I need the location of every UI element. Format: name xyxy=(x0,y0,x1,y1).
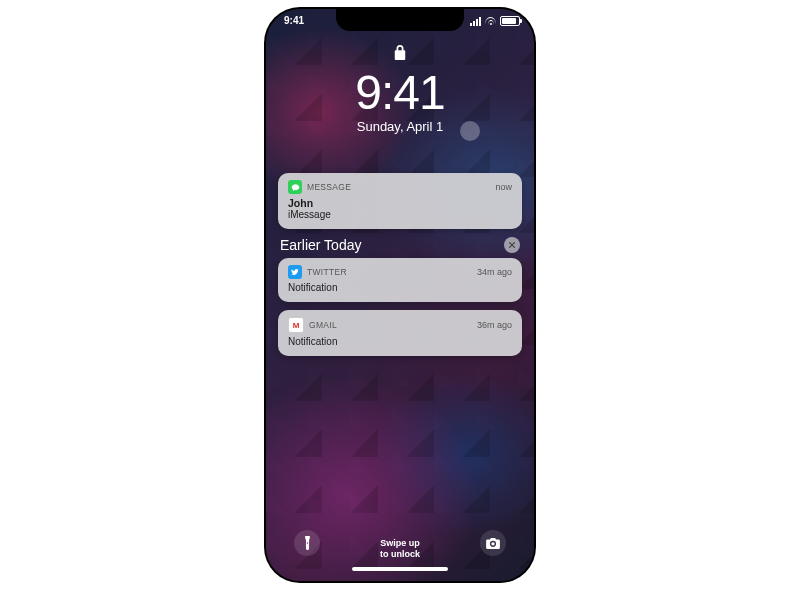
swipe-up-hint[interactable]: Swipe up to unlock xyxy=(380,538,420,559)
notification-card[interactable]: MESSAGE now John iMessage xyxy=(278,173,522,229)
status-bar: 9:41 xyxy=(266,15,534,31)
lock-icon xyxy=(266,43,534,65)
flashlight-button[interactable] xyxy=(294,530,320,556)
earlier-section-label: Earlier Today xyxy=(280,237,361,253)
app-name: TWITTER xyxy=(307,267,347,277)
battery-icon xyxy=(500,16,520,26)
notification-preview: iMessage xyxy=(288,209,512,220)
notifications-area[interactable]: MESSAGE now John iMessage Earlier Today xyxy=(278,173,522,364)
wifi-icon xyxy=(485,17,496,25)
notification-time: now xyxy=(495,182,512,192)
status-time: 9:41 xyxy=(284,15,304,26)
notification-preview: Notification xyxy=(288,282,512,293)
clock-date: Sunday, April 1 xyxy=(266,119,534,134)
camera-button[interactable] xyxy=(480,530,506,556)
messages-app-icon xyxy=(288,180,302,194)
cellular-signal-icon xyxy=(470,17,481,26)
notification-card[interactable]: M GMAIL 36m ago Notification xyxy=(278,310,522,356)
clear-notifications-button[interactable] xyxy=(504,237,520,253)
notification-time: 36m ago xyxy=(477,320,512,330)
home-indicator[interactable] xyxy=(352,567,448,571)
clock-time: 9:41 xyxy=(266,69,534,117)
twitter-app-icon xyxy=(288,265,302,279)
gmail-app-icon: M xyxy=(288,317,304,333)
notification-sender: John xyxy=(288,197,512,209)
app-name: MESSAGE xyxy=(307,182,351,192)
phone-frame: 9:41 9:41 Sunday, April 1 xyxy=(266,9,534,581)
notification-time: 34m ago xyxy=(477,267,512,277)
notification-preview: Notification xyxy=(288,336,512,347)
app-name: GMAIL xyxy=(309,320,337,330)
live-activity-dot xyxy=(460,121,480,141)
notification-card[interactable]: TWITTER 34m ago Notification xyxy=(278,258,522,302)
